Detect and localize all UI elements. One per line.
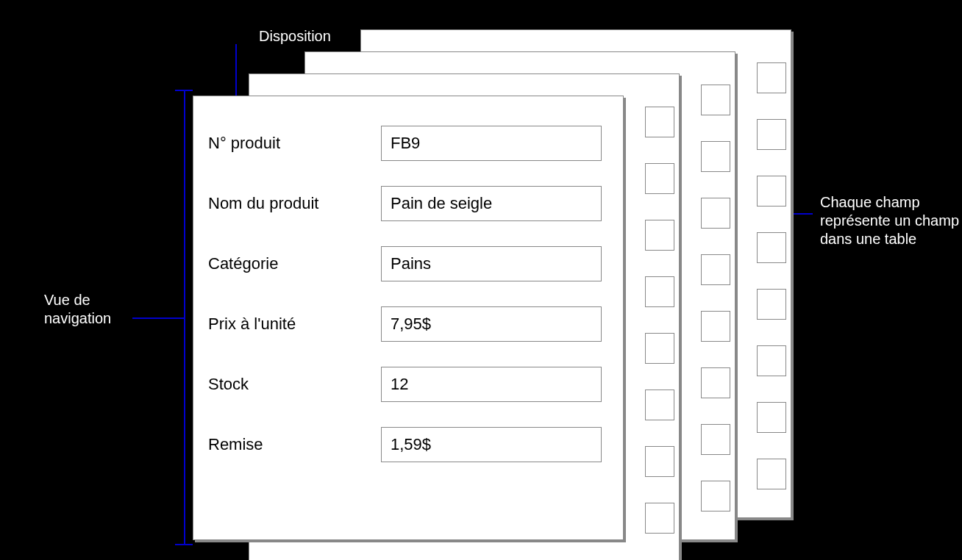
placeholder-field: [645, 446, 674, 477]
placeholder-field: [645, 163, 674, 194]
record-card-front: N° produit FB9 Nom du produit Pain de se…: [193, 96, 624, 540]
placeholder-field: [701, 311, 730, 342]
placeholder-field: [757, 459, 786, 489]
placeholder-field: [757, 119, 786, 150]
form-row-unit-price: Prix à l'unité 7,95$: [193, 306, 623, 342]
annotation-left-tick-bottom: [175, 544, 193, 545]
field-product-name[interactable]: Pain de seigle: [381, 186, 602, 221]
field-product-id[interactable]: FB9: [381, 126, 602, 161]
label-discount: Remise: [208, 435, 381, 454]
form-row-product-id: N° produit FB9: [193, 126, 623, 161]
annotation-left-vertical: [184, 90, 185, 545]
placeholder-field: [645, 390, 674, 420]
annotation-left-label-line1: Vue de: [44, 290, 90, 309]
form-row-product-name: Nom du produit Pain de seigle: [193, 186, 623, 221]
annotation-left-tick-top: [175, 90, 193, 91]
form-row-discount: Remise 1,59$: [193, 427, 623, 462]
annotation-left-connector: [132, 317, 184, 319]
annotation-right-label-line3: dans une table: [820, 229, 916, 248]
placeholder-field: [645, 107, 674, 137]
annotation-right-label-line2: représente un champ: [820, 211, 959, 230]
label-stock: Stock: [208, 375, 381, 394]
placeholder-field: [701, 424, 730, 455]
placeholder-field: [701, 198, 730, 229]
label-product-id: N° produit: [208, 134, 381, 153]
placeholder-field: [701, 254, 730, 285]
placeholder-field: [701, 141, 730, 172]
placeholder-field: [645, 503, 674, 534]
annotation-left-label-line2: navigation: [44, 309, 111, 328]
placeholder-field: [757, 176, 786, 207]
placeholder-field: [757, 402, 786, 433]
placeholder-field: [701, 367, 730, 398]
label-category: Catégorie: [208, 254, 381, 273]
label-product-name: Nom du produit: [208, 194, 381, 213]
placeholder-field: [645, 276, 674, 307]
placeholder-field: [757, 232, 786, 263]
form-row-category: Catégorie Pains: [193, 246, 623, 281]
annotation-top-label: Disposition: [259, 26, 331, 46]
field-unit-price[interactable]: 7,95$: [381, 306, 602, 342]
field-discount[interactable]: 1,59$: [381, 427, 602, 462]
placeholder-field: [757, 62, 786, 93]
placeholder-field: [757, 289, 786, 320]
form-row-stock: Stock 12: [193, 367, 623, 402]
placeholder-field: [701, 481, 730, 511]
placeholder-field: [645, 333, 674, 364]
field-stock[interactable]: 12: [381, 367, 602, 402]
placeholder-field: [757, 345, 786, 376]
placeholder-field: [645, 220, 674, 251]
field-category[interactable]: Pains: [381, 246, 602, 281]
label-unit-price: Prix à l'unité: [208, 315, 381, 334]
annotation-right-label-line1: Chaque champ: [820, 193, 920, 212]
placeholder-field: [701, 85, 730, 115]
